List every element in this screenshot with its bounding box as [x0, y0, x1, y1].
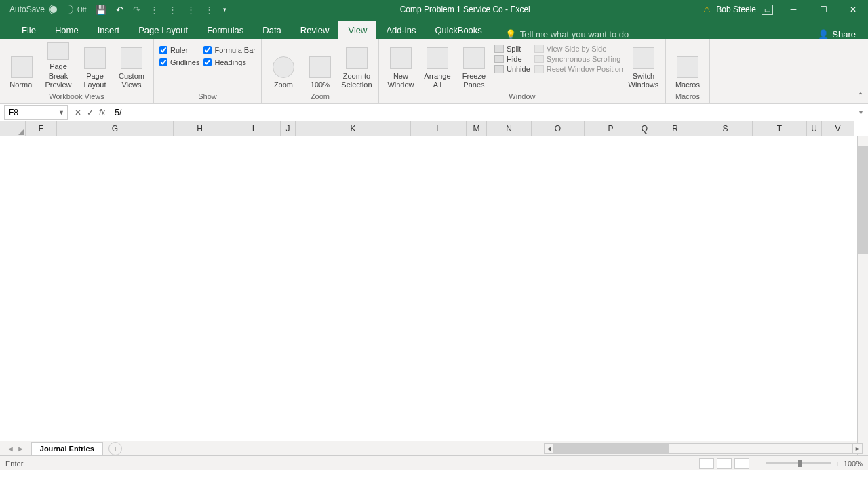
column-header[interactable]: M: [467, 121, 487, 136]
normal-view-button[interactable]: Normal: [5, 42, 38, 89]
column-header[interactable]: F: [26, 121, 57, 136]
sheet-nav[interactable]: ◄►: [0, 445, 31, 453]
share-button[interactable]: 👤 Share: [818, 29, 856, 39]
tab-view[interactable]: View: [338, 21, 376, 39]
column-header[interactable]: N: [487, 121, 532, 136]
custom-views-button[interactable]: Custom Views: [115, 42, 148, 89]
macros-button[interactable]: Macros: [671, 42, 704, 89]
tell-me-search[interactable]: 💡 Tell me what you want to do: [505, 29, 629, 39]
new-window-button[interactable]: New Window: [384, 42, 417, 89]
normal-view-icon[interactable]: [699, 458, 714, 469]
tab-page-layout[interactable]: Page Layout: [129, 21, 197, 39]
fx-icon[interactable]: fx: [99, 108, 105, 117]
column-header[interactable]: O: [532, 121, 585, 136]
zoom-in-icon[interactable]: +: [835, 460, 839, 468]
column-header[interactable]: V: [822, 121, 854, 136]
zoom-out-icon[interactable]: −: [757, 460, 762, 468]
autosave-toggle[interactable]: AutoSave Off: [9, 5, 86, 14]
freeze-icon: [463, 47, 485, 69]
column-header[interactable]: G: [57, 121, 174, 136]
sheet-tabs-bar: ◄► Journal Entries + ◄►: [0, 441, 868, 455]
column-header[interactable]: J: [281, 121, 296, 136]
tab-addins[interactable]: Add-ins: [376, 21, 425, 39]
hide-button[interactable]: Hide: [494, 55, 530, 63]
formula-bar-checkbox[interactable]: Formula Bar: [203, 46, 256, 54]
tell-me-text: Tell me what you want to do: [520, 29, 629, 39]
qat-icon[interactable]: ⋮: [168, 5, 177, 15]
add-sheet-button[interactable]: +: [108, 442, 122, 455]
column-header[interactable]: U: [807, 121, 822, 136]
page-break-preview-button[interactable]: Page Break Preview: [42, 42, 75, 89]
maximize-button[interactable]: ☐: [808, 0, 838, 19]
arrange-all-button[interactable]: Arrange All: [421, 42, 454, 89]
view-side-by-side-button[interactable]: View Side by Side: [534, 45, 623, 53]
tab-file[interactable]: File: [12, 21, 45, 39]
name-box[interactable]: F8 ▼: [4, 105, 68, 120]
formula-input[interactable]: 5/: [112, 108, 854, 117]
tab-quickbooks[interactable]: QuickBooks: [425, 21, 491, 39]
undo-icon[interactable]: ↶: [116, 5, 123, 15]
user-account[interactable]: ⚠ Bob Steele ▭: [703, 5, 773, 15]
column-header[interactable]: K: [296, 121, 411, 136]
column-header[interactable]: R: [652, 121, 698, 136]
group-zoom: Zoom: [267, 92, 373, 102]
headings-checkbox[interactable]: Headings: [203, 58, 256, 66]
qat-icon[interactable]: ⋮: [150, 5, 159, 15]
zoom-control[interactable]: − + 100%: [757, 460, 863, 468]
minimize-button[interactable]: ─: [778, 0, 808, 19]
lightbulb-icon: 💡: [505, 29, 516, 39]
close-button[interactable]: ✕: [838, 0, 868, 19]
quick-access-toolbar: 💾 ↶ ↷ ⋮ ⋮ ⋮ ⋮ ▾: [96, 5, 226, 15]
unhide-button[interactable]: Unhide: [494, 65, 530, 73]
column-header[interactable]: T: [753, 121, 807, 136]
page-layout-button[interactable]: Page Layout: [79, 42, 111, 89]
page-break-icon: [47, 42, 69, 60]
zoom-slider[interactable]: [766, 462, 831, 464]
confirm-entry-icon[interactable]: ✓: [87, 108, 94, 117]
zoom-percent[interactable]: 100%: [844, 460, 863, 468]
column-header[interactable]: I: [226, 121, 281, 136]
freeze-panes-button[interactable]: Freeze Panes: [458, 42, 490, 89]
gridlines-checkbox[interactable]: Gridlines: [159, 58, 199, 66]
collapse-ribbon-button[interactable]: ⌃: [857, 91, 864, 100]
ruler-checkbox[interactable]: Ruler: [159, 46, 199, 54]
tab-insert[interactable]: Insert: [88, 21, 130, 39]
column-header[interactable]: S: [698, 121, 753, 136]
group-macros: Macros: [671, 92, 704, 102]
page-layout-view-icon[interactable]: [717, 458, 732, 469]
zoom-icon: [273, 56, 294, 78]
spreadsheet-grid[interactable]: FGHIJKLMNOPQRSTUV: [0, 121, 868, 441]
group-show: Show: [159, 92, 256, 102]
zoom-selection-button[interactable]: Zoom to Selection: [340, 42, 373, 89]
column-header[interactable]: P: [585, 121, 637, 136]
reset-window-button[interactable]: Reset Window Position: [534, 65, 623, 73]
ribbon-options-icon[interactable]: ▭: [762, 5, 773, 15]
qat-icon[interactable]: ⋮: [186, 5, 195, 15]
zoom-100-button[interactable]: 100%: [304, 42, 336, 89]
zoom-button[interactable]: Zoom: [267, 42, 300, 89]
tab-home[interactable]: Home: [45, 21, 88, 39]
column-header[interactable]: L: [411, 121, 467, 136]
tab-review[interactable]: Review: [291, 21, 339, 39]
formula-bar: F8 ▼ ✕ ✓ fx 5/ ▾: [0, 104, 868, 121]
expand-formula-icon[interactable]: ▾: [854, 108, 868, 116]
redo-icon[interactable]: ↷: [133, 5, 140, 15]
tab-data[interactable]: Data: [253, 21, 290, 39]
sheet-tab-journal-entries[interactable]: Journal Entries: [31, 442, 103, 455]
column-header[interactable]: H: [174, 121, 226, 136]
save-icon[interactable]: 💾: [96, 5, 106, 15]
page-break-view-icon[interactable]: [734, 458, 749, 469]
vertical-scrollbar[interactable]: [857, 136, 868, 455]
horizontal-scrollbar[interactable]: ◄►: [544, 443, 863, 454]
cancel-entry-icon[interactable]: ✕: [75, 108, 81, 117]
name-box-dropdown-icon[interactable]: ▼: [58, 109, 64, 116]
qat-icon[interactable]: ⋮: [205, 5, 214, 15]
select-all-corner[interactable]: [0, 121, 26, 136]
autosave-state: Off: [77, 6, 86, 14]
tab-formulas[interactable]: Formulas: [197, 21, 253, 39]
column-header[interactable]: Q: [637, 121, 652, 136]
group-workbook-views: Workbook Views: [5, 92, 148, 102]
sync-scroll-button[interactable]: Synchronous Scrolling: [534, 55, 623, 63]
split-button[interactable]: Split: [494, 45, 530, 53]
switch-windows-button[interactable]: Switch Windows: [627, 42, 660, 89]
